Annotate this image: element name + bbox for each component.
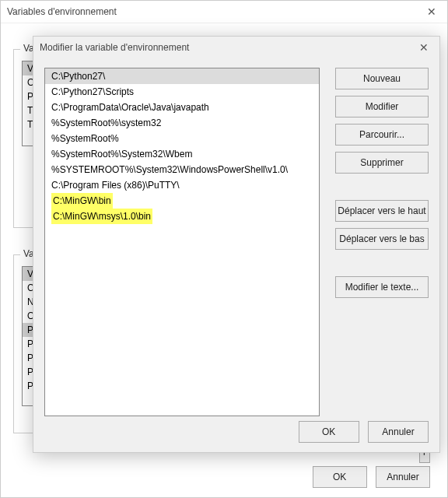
path-entry[interactable]: C:\Python27\Scripts [45,84,319,100]
browse-button[interactable]: Parcourir... [335,124,429,146]
edit-text-button[interactable]: Modifier le texte... [335,276,429,298]
env-vars-titlebar: Variables d'environnement ✕ [1,1,447,23]
ok-button[interactable]: OK [313,466,367,488]
path-entries-list[interactable]: C:\Python27\C:\Python27\ScriptsC:\Progra… [44,68,320,416]
edit-env-var-titlebar: Modifier la variable d'environnement ✕ [33,37,439,58]
edit-env-var-title: Modifier la variable d'environnement [40,42,189,53]
path-entry[interactable]: %SYSTEMROOT%\System32\WindowsPowerShell\… [45,162,319,177]
path-entry[interactable]: %SystemRoot% [45,131,319,146]
path-entry[interactable]: %SystemRoot%\System32\Wbem [45,146,319,162]
new-button[interactable]: Nouveau [335,68,429,89]
path-entry[interactable]: C:\Program Files (x86)\PuTTY\ [45,177,319,193]
edit-env-var-dialog: Modifier la variable d'environnement ✕ C… [33,36,440,453]
dialog-footer: OK Annuler [292,421,429,443]
close-icon[interactable]: ✕ [416,1,447,23]
cancel-button[interactable]: Annuler [368,421,429,443]
path-entry[interactable]: C:\MinGW\bin [51,193,113,209]
edit-button[interactable]: Modifier [335,96,429,117]
path-entry[interactable]: C:\Python27\ [45,68,319,84]
delete-button[interactable]: Supprimer [335,152,429,174]
path-entry[interactable]: C:\ProgramData\Oracle\Java\javapath [45,100,319,115]
close-icon[interactable]: ✕ [408,37,439,58]
move-down-button[interactable]: Déplacer vers le bas [335,228,429,250]
path-entry[interactable]: %SystemRoot%\system32 [45,115,319,131]
side-buttons: Nouveau Modifier Parcourir... Supprimer … [335,68,429,304]
cancel-button[interactable]: Annuler [376,466,430,488]
ok-button[interactable]: OK [299,421,359,443]
move-up-button[interactable]: Déplacer vers le haut [335,200,429,222]
path-entry[interactable]: C:\MinGW\msys\1.0\bin [51,209,152,224]
env-vars-title: Variables d'environnement [7,6,117,17]
